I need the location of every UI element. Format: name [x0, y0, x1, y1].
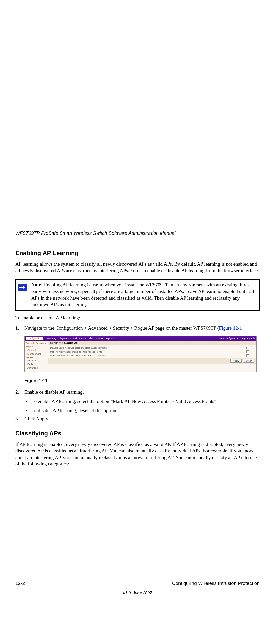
mode-switch: Basic | Advanced: [26, 342, 47, 345]
note-box: Note: Enabling AP learning is useful whe…: [15, 279, 260, 311]
option-row: Mark Unknown Access Points as Rogue Acce…: [50, 354, 254, 358]
step-number: 1.: [15, 325, 19, 331]
tab-reports[interactable]: Reports: [105, 337, 114, 340]
sub-item-disable-text: To disable AP learning, deselect this op…: [32, 408, 117, 413]
note-icon-cell: [16, 280, 29, 310]
tab-maintenance[interactable]: Maintenance: [73, 337, 86, 340]
save-configuration-link[interactable]: Save Configuration: [219, 337, 239, 340]
note-body: Enabling AP learning is useful when you …: [31, 282, 254, 307]
breadcrumb: Security > Rogue AP: [48, 341, 256, 345]
figure-12-1: Configuration Monitoring Diagnostics Mai…: [24, 336, 257, 372]
figure-caption: Figure 12-1: [24, 378, 260, 383]
checkbox-disable-users[interactable]: [246, 347, 249, 349]
button-row: Apply Clear: [48, 358, 256, 364]
header-rule: [15, 238, 260, 238]
page-footer: 12-2 Configuring Wireless Intrusion Prot…: [15, 579, 260, 595]
tab-events[interactable]: Events: [96, 337, 103, 340]
intro-paragraph: AP learning allows the system to classif…: [15, 261, 260, 274]
sub-item-disable: • To disable AP learning, deselect this …: [15, 407, 260, 414]
apply-button[interactable]: Apply: [230, 359, 242, 363]
tab-plan[interactable]: Plan: [89, 337, 93, 340]
step-2-sublist: • To enable AP learning, select the opti…: [15, 398, 260, 414]
nav-group-switch: Switch: [26, 345, 47, 349]
tab-monitoring[interactable]: Monitoring: [46, 337, 56, 340]
step-3: 3. Click Apply.: [15, 416, 260, 422]
heading-enabling-ap-learning: Enabling AP Learning: [15, 250, 260, 257]
running-header: WFS709TP ProSafe Smart Wireless Switch S…: [15, 230, 260, 236]
nav-item-general[interactable]: General: [26, 349, 47, 352]
mode-advanced[interactable]: Advanced: [35, 342, 46, 344]
version-line: v1.0, June 2007: [15, 591, 260, 595]
nav-item-management[interactable]: Management: [26, 352, 47, 356]
step-1: 1. Navigate to the Configuration > Advan…: [15, 325, 260, 331]
procedure-list-cont: 2. Enable or disable AP learning.: [15, 389, 260, 396]
note-label: Note:: [31, 282, 43, 287]
step-1-text-b: ).: [242, 325, 245, 331]
option-disable-users: Disable Users from Connecting to Rogue A…: [50, 347, 246, 349]
step-2: 2. Enable or disable AP learning.: [15, 389, 260, 396]
sub-item-enable: • To enable AP learning, select the opti…: [15, 398, 260, 405]
mode-basic[interactable]: Basic: [26, 342, 32, 344]
bullet-icon: •: [25, 407, 27, 414]
sub-item-enable-text: To enable AP learning, select the option…: [32, 399, 216, 404]
nav-item-radio[interactable]: Radio: [26, 363, 47, 366]
procedure-lead: To enable or disable AP learning:: [15, 315, 260, 321]
step-number: 2.: [15, 389, 19, 396]
footer-rule: [15, 579, 260, 579]
left-nav: Basic | Advanced Switch General Manageme…: [25, 341, 48, 372]
top-tab-bar: Configuration Monitoring Diagnostics Mai…: [25, 336, 256, 341]
breadcrumb-current: Rogue AP: [64, 341, 78, 344]
procedure-list: 1. Navigate to the Configuration > Advan…: [15, 325, 260, 331]
step-1-text-a: Navigate to the Configuration > Advanced…: [24, 325, 219, 331]
option-mark-all-valid: Mark All New Access Points as Valid Acce…: [50, 350, 246, 353]
page-number: 12-2: [15, 581, 25, 586]
procedure-list-cont2: 3. Click Apply.: [15, 416, 260, 422]
mode-separator: |: [32, 342, 35, 344]
nav-item-network[interactable]: Network: [26, 359, 47, 363]
page-content: WFS709TP ProSafe Smart Wireless Switch S…: [15, 230, 260, 467]
checkbox-mark-all-valid[interactable]: [246, 350, 249, 353]
main-panel: Security > Rogue AP Disable Users from C…: [48, 341, 256, 372]
option-mark-unknown-rogue: Mark Unknown Access Points as Rogue Acce…: [50, 354, 246, 357]
figure-12-1-link[interactable]: Figure 12-1: [219, 325, 242, 331]
breadcrumb-parent: Security >: [50, 341, 64, 344]
bullet-icon: •: [25, 398, 27, 405]
section-name: Configuring Wireless Intrusion Protectio…: [172, 581, 260, 586]
step-2-text: Enable or disable AP learning.: [24, 389, 84, 395]
checkbox-mark-unknown-rogue[interactable]: [246, 354, 249, 357]
heading-classifying-aps: Classifying APs: [15, 430, 260, 437]
nav-item-advanced[interactable]: Advanced: [26, 366, 47, 370]
tab-configuration[interactable]: Configuration: [26, 337, 43, 340]
tab-diagnostics[interactable]: Diagnostics: [59, 337, 71, 340]
nav-group-wlan: WLAN: [26, 356, 47, 359]
note-text: Note: Enabling AP learning is useful whe…: [29, 280, 259, 310]
arrow-right-icon: [18, 284, 27, 291]
step-number: 3.: [15, 416, 19, 422]
logout-link[interactable]: Logout admin: [241, 337, 255, 340]
rogue-ap-screenshot: Configuration Monitoring Diagnostics Mai…: [24, 336, 257, 372]
clear-button[interactable]: Clear: [243, 359, 254, 363]
classifying-paragraph: If AP learning is enabled, every newly d…: [15, 441, 260, 467]
step-3-text: Click Apply.: [24, 416, 49, 421]
option-row: Disable Users from Connecting to Rogue A…: [50, 346, 254, 350]
option-row: Mark All New Access Points as Valid Acce…: [50, 350, 254, 354]
